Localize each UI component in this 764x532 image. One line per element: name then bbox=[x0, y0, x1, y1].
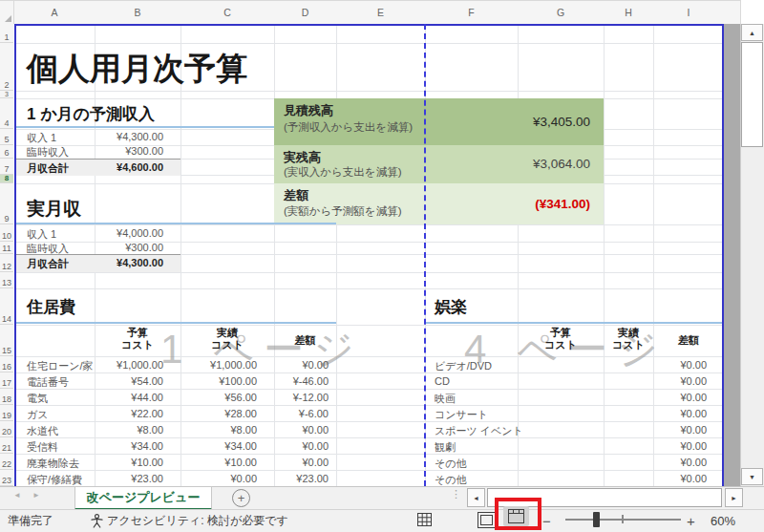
housing-budget[interactable]: ¥8.00 bbox=[95, 424, 163, 436]
row-header-2[interactable]: 2 bbox=[0, 43, 13, 91]
housing-budget[interactable]: ¥22.00 bbox=[95, 408, 163, 419]
housing-actual[interactable]: ¥56.00 bbox=[180, 392, 257, 403]
row-header-15[interactable]: 15 bbox=[0, 325, 13, 356]
column-header-I[interactable]: I bbox=[653, 0, 725, 24]
hscroll-right-button[interactable]: ► bbox=[725, 488, 743, 507]
housing-item-name[interactable]: 水道代 bbox=[27, 424, 58, 438]
row-header-23[interactable]: 23 bbox=[0, 470, 13, 486]
row-header-19[interactable]: 19 bbox=[0, 405, 13, 421]
row-header-8[interactable]: 8 bbox=[0, 175, 13, 183]
housing-actual-col-header[interactable]: 実績 コスト bbox=[180, 327, 274, 351]
housing-diff-col-header[interactable]: 差額 bbox=[274, 334, 336, 347]
row-header-1[interactable]: 1 bbox=[0, 24, 13, 43]
hscroll-left-button[interactable]: ◄ bbox=[467, 488, 485, 507]
housing-actual[interactable]: ¥10.00 bbox=[180, 457, 257, 468]
vertical-scrollbar-thumb[interactable] bbox=[741, 42, 763, 147]
income-row-label[interactable]: 臨時収入 bbox=[27, 145, 69, 160]
housing-actual[interactable]: ¥0.00 bbox=[180, 473, 257, 484]
housing-diff[interactable]: ¥23.00 bbox=[274, 473, 329, 484]
housing-header[interactable]: 住居費 bbox=[27, 296, 75, 318]
page-break-dashed-line[interactable] bbox=[424, 24, 426, 486]
housing-diff[interactable]: ¥-6.00 bbox=[274, 408, 329, 419]
row-header-4[interactable]: 4 bbox=[0, 98, 13, 129]
housing-budget[interactable]: ¥1,000.00 bbox=[95, 359, 163, 371]
row-header-6[interactable]: 6 bbox=[0, 145, 13, 159]
scroll-down-button[interactable]: ▼ bbox=[741, 468, 763, 485]
row-header-21[interactable]: 21 bbox=[0, 437, 13, 454]
row-header-16[interactable]: 16 bbox=[0, 356, 13, 372]
entertainment-item-name[interactable]: ビデオ/DVD bbox=[435, 359, 492, 373]
add-sheet-button[interactable]: + bbox=[232, 489, 250, 507]
income-row-value[interactable]: ¥4,000.00 bbox=[95, 227, 163, 239]
housing-diff[interactable]: ¥0.00 bbox=[274, 457, 329, 468]
housing-budget[interactable]: ¥34.00 bbox=[95, 440, 163, 452]
housing-diff[interactable]: ¥0.00 bbox=[274, 424, 329, 436]
entertainment-diff[interactable]: ¥0.00 bbox=[653, 408, 707, 419]
income-row-value[interactable]: ¥300.00 bbox=[95, 242, 163, 253]
entertainment-actual-col-header[interactable]: 実績 コスト bbox=[604, 327, 653, 351]
row-header-12[interactable]: 12 bbox=[0, 254, 13, 272]
row-header-17[interactable]: 17 bbox=[0, 372, 13, 389]
tab-scroll-left-icon[interactable]: ◄ bbox=[13, 491, 21, 500]
status-accessibility[interactable]: アクセシビリティ: 検討が必要です bbox=[107, 509, 288, 532]
column-header-A[interactable]: A bbox=[14, 0, 96, 24]
column-header-C[interactable]: C bbox=[180, 0, 275, 24]
entertainment-diff[interactable]: ¥0.00 bbox=[653, 440, 707, 452]
income-total-value[interactable]: ¥4,600.00 bbox=[95, 161, 163, 173]
zoom-in-button[interactable]: + bbox=[687, 509, 695, 532]
housing-budget[interactable]: ¥10.00 bbox=[95, 457, 163, 468]
column-header-D[interactable]: D bbox=[274, 0, 337, 24]
housing-item-name[interactable]: 住宅ローン/家 bbox=[27, 359, 94, 373]
tab-scroll-right-icon[interactable]: ► bbox=[32, 491, 40, 500]
housing-actual[interactable]: ¥28.00 bbox=[180, 408, 257, 419]
expected-income-header[interactable]: 1 か月の予測収入 bbox=[27, 103, 155, 125]
entertainment-item-name[interactable]: スポーツ イベント bbox=[435, 424, 523, 438]
housing-item-name[interactable]: 廃棄物除去 bbox=[27, 457, 79, 471]
housing-item-name[interactable]: 保守/修繕費 bbox=[27, 473, 82, 487]
actual-income-header[interactable]: 実月収 bbox=[27, 197, 81, 222]
housing-budget[interactable]: ¥44.00 bbox=[95, 392, 163, 403]
income-total-label[interactable]: 月収合計 bbox=[27, 161, 69, 176]
housing-diff[interactable]: ¥0.00 bbox=[274, 359, 329, 371]
income-total-value[interactable]: ¥4,300.00 bbox=[95, 257, 163, 268]
income-row-label[interactable]: 収入 1 bbox=[27, 131, 56, 145]
entertainment-item-name[interactable]: コンサート bbox=[435, 408, 488, 422]
income-row-value[interactable]: ¥300.00 bbox=[95, 145, 163, 157]
housing-actual[interactable]: ¥8.00 bbox=[180, 424, 257, 436]
income-row-value[interactable]: ¥4,300.00 bbox=[95, 131, 163, 142]
row-header-10[interactable]: 10 bbox=[0, 224, 13, 242]
housing-actual[interactable]: ¥34.00 bbox=[180, 440, 257, 452]
housing-item-name[interactable]: 電気 bbox=[27, 392, 48, 406]
entertainment-item-name[interactable]: その他 bbox=[435, 457, 467, 471]
income-total-label[interactable]: 月収合計 bbox=[27, 257, 69, 271]
entertainment-item-name[interactable]: その他 bbox=[435, 473, 467, 487]
zoom-out-button[interactable]: − bbox=[542, 509, 551, 532]
row-header-11[interactable]: 11 bbox=[0, 242, 13, 254]
housing-diff[interactable]: ¥-12.00 bbox=[274, 392, 329, 403]
housing-item-name[interactable]: 電話番号 bbox=[27, 375, 69, 390]
column-header-E[interactable]: E bbox=[336, 0, 426, 24]
sheet-title-cell[interactable]: 個人用月次予算 bbox=[27, 48, 247, 91]
scroll-up-button[interactable]: ▲ bbox=[741, 24, 763, 41]
tab-strip-divider-dots[interactable]: ⋮ bbox=[451, 488, 461, 500]
entertainment-item-name[interactable]: 観劇 bbox=[435, 440, 456, 455]
housing-budget[interactable]: ¥54.00 bbox=[95, 375, 163, 387]
entertainment-diff[interactable]: ¥0.00 bbox=[653, 392, 707, 403]
normal-view-button[interactable] bbox=[414, 511, 434, 528]
entertainment-diff[interactable]: ¥0.00 bbox=[653, 359, 707, 371]
column-header-G[interactable]: G bbox=[518, 0, 605, 24]
row-header-14[interactable]: 14 bbox=[0, 288, 13, 325]
entertainment-header[interactable]: 娯楽 bbox=[435, 296, 467, 318]
housing-item-name[interactable]: 受信料 bbox=[27, 440, 58, 455]
entertainment-diff-col-header[interactable]: 差額 bbox=[653, 334, 724, 347]
column-header-B[interactable]: B bbox=[95, 0, 181, 24]
entertainment-diff[interactable]: ¥0.00 bbox=[653, 424, 707, 436]
sheet-tab-active[interactable]: 改ページプレビュー bbox=[74, 486, 212, 510]
income-row-label[interactable]: 収入 1 bbox=[27, 227, 56, 242]
row-header-5[interactable]: 5 bbox=[0, 129, 13, 145]
housing-item-name[interactable]: ガス bbox=[27, 408, 49, 422]
entertainment-item-name[interactable]: CD bbox=[435, 375, 450, 387]
entertainment-item-name[interactable]: 映画 bbox=[435, 392, 456, 406]
entertainment-diff[interactable]: ¥0.00 bbox=[653, 375, 707, 387]
column-header-H[interactable]: H bbox=[604, 0, 654, 24]
